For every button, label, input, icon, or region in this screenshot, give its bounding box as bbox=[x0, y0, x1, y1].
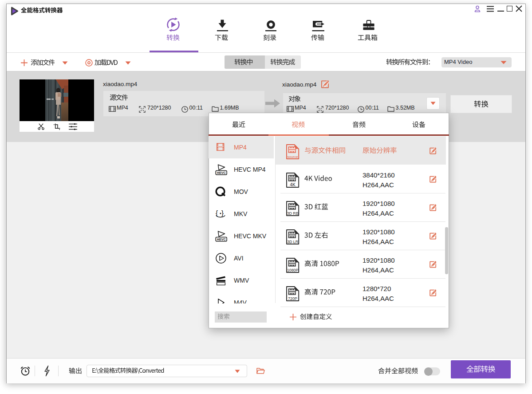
svg-text:720P: 720P bbox=[288, 296, 297, 301]
svg-text:}: } bbox=[221, 209, 224, 217]
svg-text:4K: 4K bbox=[290, 182, 296, 187]
svg-text:HEVC: HEVC bbox=[217, 237, 226, 241]
svg-text:1080P: 1080P bbox=[287, 268, 299, 272]
svg-text:3D RB: 3D RB bbox=[287, 211, 299, 216]
svg-text:source: source bbox=[288, 155, 299, 159]
svg-text:3D LR: 3D LR bbox=[287, 240, 298, 244]
svg-text:HEVC: HEVC bbox=[217, 171, 226, 175]
